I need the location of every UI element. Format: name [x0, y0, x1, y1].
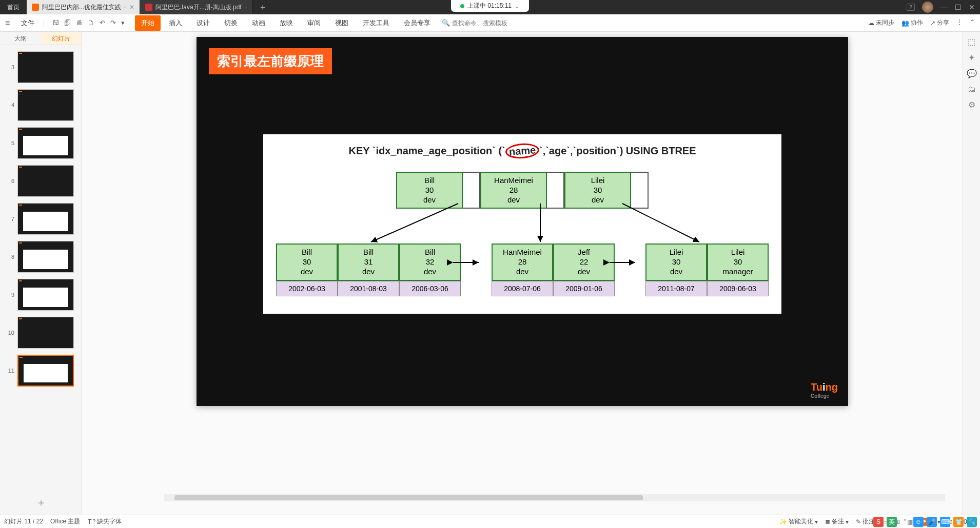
redo-icon[interactable]: ↷ [110, 19, 116, 27]
menu-tab-开发工具[interactable]: 开发工具 [357, 15, 396, 31]
horizontal-scrollbar[interactable] [164, 494, 945, 501]
export-icon[interactable]: 🗐 [64, 19, 71, 27]
slide-thumb-10[interactable] [17, 317, 74, 349]
page-indicator: 幻灯片 11 / 22 [4, 517, 43, 526]
search-input[interactable] [452, 19, 524, 27]
btree-root-node: Lilei30dev [564, 172, 631, 209]
undo-icon[interactable]: ↶ [100, 19, 105, 27]
tray-mic-icon[interactable]: 🎤 [927, 517, 937, 527]
slide-thumb-11[interactable] [17, 355, 74, 387]
system-tray: S 英 " ☺ 🎤 ⌨ 👕 🔧 [873, 517, 977, 527]
chevron-down-icon[interactable]: ⌄ [515, 3, 520, 10]
tray-comma-icon[interactable]: " [900, 517, 910, 527]
menu-tab-放映[interactable]: 放映 [273, 15, 299, 31]
btree-leaf-date: 2006-03-06 [399, 281, 461, 296]
tray-sogou-icon[interactable]: S [873, 517, 884, 527]
coop-button[interactable]: 👥 协作 [901, 18, 923, 27]
btree-leaf-date: 2009-01-06 [553, 281, 615, 296]
doc-tab-1[interactable]: 阿里巴巴内部...优化最佳实践 ▫ ✕ [27, 0, 140, 14]
doc-tab-1-label: 阿里巴巴内部...优化最佳实践 [42, 3, 121, 12]
tab-menu-icon[interactable]: ▫ [245, 4, 247, 11]
key-definition: KEY `idx_name_age_position` (`name`,`age… [263, 134, 781, 172]
preview-icon[interactable]: 🗋 [88, 19, 94, 27]
tray-emoji-icon[interactable]: ☺ [913, 517, 924, 527]
pdf-icon [145, 4, 152, 11]
tray-shirt-icon[interactable]: 👕 [953, 517, 964, 527]
add-slide-button[interactable]: ＋ [0, 491, 82, 515]
slide-number: 7 [5, 216, 14, 222]
notes-button[interactable]: ≣ 备注 ▾ [825, 517, 849, 526]
menu-tab-设计[interactable]: 设计 [190, 15, 216, 31]
slide-thumb-7[interactable] [17, 203, 74, 235]
slides-tab[interactable]: 幻灯片 [41, 32, 82, 45]
more-icon[interactable]: ⋮ [956, 18, 963, 27]
maximize-icon[interactable]: ☐ [955, 3, 962, 11]
btree-leaf-node: Bill30dev [276, 243, 338, 280]
tray-ime-icon[interactable]: 英 [887, 517, 897, 527]
btree-leaf-node: Lilei30manager [707, 243, 769, 280]
btree-leaf-group: HanMeimei28devJeff22dev2008-07-062009-01… [492, 243, 615, 296]
slide-number: 11 [5, 368, 14, 374]
comment-icon[interactable]: 💬 [967, 69, 977, 78]
slide-thumb-9[interactable] [17, 279, 74, 311]
slide-thumb-3[interactable] [17, 51, 74, 83]
settings-icon[interactable]: ⚙ [968, 100, 975, 110]
close-icon[interactable]: ✕ [129, 4, 134, 11]
btree-gap [463, 172, 480, 209]
slide-thumb-4[interactable] [17, 89, 74, 121]
btree-leaf-node: HanMeimei28dev [492, 243, 553, 280]
live-dot-icon [460, 4, 464, 8]
menu-tab-动画[interactable]: 动画 [246, 15, 271, 31]
slide-number: 6 [5, 178, 14, 184]
slide-number: 5 [5, 140, 14, 146]
tray-tool-icon[interactable]: 🔧 [967, 517, 977, 527]
menu-tab-插入[interactable]: 插入 [163, 15, 188, 31]
tray-keyboard-icon[interactable]: ⌨ [940, 517, 950, 527]
menu-tab-切换[interactable]: 切换 [218, 15, 244, 31]
avatar[interactable] [922, 2, 933, 13]
missing-font[interactable]: Ƭ? 缺失字体 [88, 517, 122, 526]
print-icon[interactable]: 🖶 [76, 19, 83, 27]
btree-leaf-node: Bill32dev [399, 243, 461, 280]
app-menu-icon[interactable]: ≡ [0, 18, 15, 28]
notification-badge[interactable]: 2 [907, 4, 915, 11]
btree-leaf-date: 2011-08-07 [645, 281, 707, 296]
slide-title: 索引最左前缀原理 [209, 48, 332, 74]
home-tab[interactable]: 首页 [0, 3, 27, 12]
slide-thumb-6[interactable] [17, 165, 74, 197]
close-window-icon[interactable]: ✕ [969, 3, 975, 11]
slide-number: 8 [5, 254, 14, 260]
assets-icon[interactable]: 🗂 [968, 85, 976, 94]
slide-thumb-5[interactable] [17, 127, 74, 159]
menu-tab-审阅[interactable]: 审阅 [301, 15, 327, 31]
session-label: 上课中 01:15:11 [467, 2, 512, 10]
circled-column: name [505, 143, 540, 160]
new-tab-button[interactable]: ＋ [252, 2, 273, 13]
theme-label: Office 主题 [50, 517, 80, 526]
dropdown-icon[interactable]: ▾ [121, 19, 125, 27]
watermark-logo: Tuing College [811, 381, 838, 399]
save-icon[interactable]: 🖫 [52, 19, 59, 27]
review-button[interactable]: ✎ 批注 [856, 517, 875, 526]
select-tool-icon[interactable]: ⬚ [968, 37, 975, 47]
outline-tab[interactable]: 大纲 [0, 32, 41, 45]
btree-leaf-date: 2001-08-03 [338, 281, 399, 296]
doc-tab-2[interactable]: 阿里巴巴Java开...册-嵩山版.pdf ▫ [140, 0, 252, 14]
sync-status[interactable]: ☁ 未同步 [868, 18, 894, 27]
menu-tab-会员专享[interactable]: 会员专享 [398, 15, 437, 31]
presentation-icon [32, 4, 39, 11]
tab-menu-icon[interactable]: ▫ [124, 4, 126, 11]
beautify-button[interactable]: ✨ 智能美化 ▾ [779, 517, 818, 526]
slide-thumb-8[interactable] [17, 241, 74, 273]
minimize-icon[interactable]: — [940, 3, 948, 11]
slide-canvas[interactable]: 索引最左前缀原理 KEY `idx_name_age_position` (`n… [197, 37, 848, 406]
share-button[interactable]: ↗ 分享 [930, 18, 949, 27]
btree-gap [631, 172, 649, 209]
collapse-ribbon-icon[interactable]: ⌃ [970, 18, 975, 27]
magic-icon[interactable]: ✦ [968, 53, 975, 63]
menu-tab-开始[interactable]: 开始 [135, 15, 161, 31]
file-menu[interactable]: 文件 [15, 18, 41, 28]
doc-tab-2-label: 阿里巴巴Java开...册-嵩山版.pdf [155, 3, 241, 12]
session-indicator[interactable]: 上课中 01:15:11 ⌄ [451, 0, 529, 12]
menu-tab-视图[interactable]: 视图 [329, 15, 355, 31]
